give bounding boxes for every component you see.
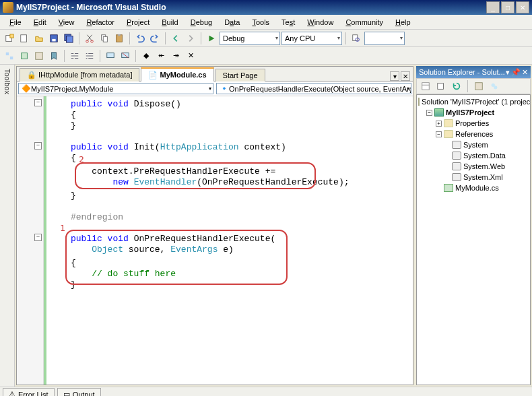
view-designer-button[interactable] — [488, 79, 501, 93]
next-bookmark-button[interactable]: ↠ — [169, 49, 182, 63]
solution-toolbar — [416, 78, 531, 94]
document-tabs: 🔒 IHttpModule [from metadata] 📄 MyModule… — [17, 67, 413, 81]
menu-tools[interactable]: Tools — [246, 17, 275, 28]
svg-rect-24 — [438, 84, 444, 90]
prev-bookmark-button[interactable]: ↞ — [154, 49, 168, 63]
menu-test[interactable]: Test — [276, 17, 300, 28]
add-item-button[interactable] — [18, 32, 31, 45]
bookmark-button[interactable] — [47, 49, 61, 63]
close-button[interactable]: ✕ — [516, 1, 529, 13]
tab-close-button[interactable]: ✕ — [401, 71, 410, 81]
menu-help[interactable]: Help — [390, 17, 416, 28]
menu-edit[interactable]: Edit — [28, 17, 52, 28]
find-combo[interactable] — [364, 32, 405, 45]
clear-bookmarks-button[interactable]: ✕ — [184, 49, 197, 63]
svg-rect-2 — [21, 34, 27, 42]
references-icon — [444, 130, 453, 138]
decrease-indent-button[interactable] — [68, 49, 81, 63]
nav-forward-button[interactable] — [184, 32, 197, 45]
cut-button[interactable] — [83, 32, 96, 45]
config-combo[interactable]: Debug — [220, 32, 280, 45]
menu-project[interactable]: Project — [121, 17, 155, 28]
menu-data[interactable]: Data — [219, 17, 245, 28]
annotation-box-1 — [65, 230, 288, 285]
tree-file-mymodule[interactable]: MyModule.cs — [418, 183, 529, 193]
minimize-button[interactable]: _ — [486, 1, 500, 13]
undo-button[interactable] — [133, 32, 147, 45]
code-editor[interactable]: − − − public void Dispose() { } public v… — [17, 96, 413, 385]
error-icon: ⚠ — [9, 390, 15, 396]
output-tab[interactable]: ▭Output — [57, 388, 101, 396]
tab-dropdown-button[interactable]: ▾ — [390, 71, 399, 81]
panel-close-button[interactable]: ✕ — [522, 68, 528, 77]
tab-mymodule[interactable]: 📄 MyModule.cs — [141, 67, 213, 81]
copy-button[interactable] — [98, 32, 111, 45]
svg-rect-6 — [67, 36, 73, 42]
solution-tree[interactable]: Solution 'MyIIS7Project' (1 project) −My… — [416, 94, 531, 385]
toolbox-rail[interactable]: Toolbox — [0, 65, 15, 387]
svg-rect-25 — [475, 83, 483, 90]
svg-point-27 — [494, 86, 497, 89]
show-all-button[interactable] — [434, 79, 448, 93]
redo-button[interactable] — [148, 32, 162, 45]
tree-ref-system-xml[interactable]: System.Xml — [418, 172, 529, 183]
menu-window[interactable]: Window — [302, 17, 339, 28]
save-all-button[interactable] — [62, 32, 75, 45]
display-button[interactable] — [18, 49, 31, 63]
find-in-files-button[interactable] — [350, 32, 363, 45]
menu-view[interactable]: View — [53, 17, 80, 28]
svg-rect-19 — [107, 53, 114, 57]
panel-pin-button[interactable]: 📌 — [511, 68, 521, 77]
menu-refactor[interactable]: Refactor — [81, 17, 120, 28]
tab-start-page[interactable]: Start Page — [215, 69, 265, 81]
error-list-tab[interactable]: ⚠Error List — [3, 388, 55, 396]
platform-combo[interactable]: Any CPU — [281, 32, 342, 45]
tree-ref-system-data[interactable]: System.Data — [418, 150, 529, 161]
tree-project[interactable]: −MyIIS7Project — [418, 107, 529, 118]
tree-ref-system-web[interactable]: System.Web — [418, 161, 529, 172]
window-titlebar: MyIIS7Project - Microsoft Visual Studio … — [0, 0, 532, 15]
nav-back-button[interactable] — [169, 32, 182, 45]
reference-icon — [452, 162, 461, 170]
uncomment-button[interactable] — [119, 49, 132, 63]
start-debug-button[interactable] — [205, 32, 218, 45]
svg-rect-15 — [6, 52, 9, 55]
tree-properties[interactable]: +Properties — [418, 118, 529, 129]
fold-toggle[interactable]: − — [34, 99, 42, 106]
new-project-button[interactable] — [3, 32, 16, 45]
fold-toggle[interactable]: − — [34, 142, 42, 150]
fold-toggle[interactable]: − — [34, 234, 42, 241]
tree-references[interactable]: −References — [418, 129, 529, 139]
properties-button[interactable] — [419, 79, 432, 93]
annotation-label-1: 1 — [60, 223, 65, 233]
menu-debug[interactable]: Debug — [185, 17, 218, 28]
comment-button[interactable] — [104, 49, 117, 63]
maximize-button[interactable]: □ — [501, 1, 514, 13]
expander-icon[interactable]: − — [436, 131, 442, 137]
increase-indent-button[interactable] — [83, 49, 96, 63]
menu-community[interactable]: Community — [340, 17, 389, 28]
menu-file[interactable]: File — [4, 17, 27, 28]
toggle-bookmark-button[interactable]: ◆ — [139, 49, 153, 63]
expander-icon[interactable]: − — [426, 110, 432, 116]
solution-icon — [418, 98, 420, 106]
svg-rect-10 — [103, 36, 107, 42]
tree-ref-system[interactable]: System — [418, 139, 529, 150]
svg-rect-4 — [52, 38, 55, 41]
csharp-file-icon — [444, 184, 453, 192]
paste-button[interactable] — [112, 32, 126, 45]
panel-dropdown-button[interactable]: ▾ — [506, 68, 510, 77]
view-code-button[interactable] — [472, 79, 486, 93]
type-nav-combo[interactable]: 🔶 MyIIS7Project.MyModule — [18, 83, 213, 94]
tree-solution[interactable]: Solution 'MyIIS7Project' (1 project) — [418, 96, 529, 107]
reference-icon — [452, 152, 461, 160]
save-button[interactable] — [47, 32, 61, 45]
open-button[interactable] — [32, 32, 46, 45]
menu-build[interactable]: Build — [156, 17, 183, 28]
tab-ihttpmodule[interactable]: 🔒 IHttpModule [from metadata] — [20, 68, 139, 81]
class-view-button[interactable] — [32, 49, 46, 63]
member-nav-combo[interactable]: 🔹 OnPreRequestHandlerExecute(Object sour… — [216, 83, 411, 94]
refresh-button[interactable] — [450, 79, 463, 93]
object-browser-button[interactable] — [3, 49, 16, 63]
expander-icon[interactable]: + — [436, 121, 442, 127]
